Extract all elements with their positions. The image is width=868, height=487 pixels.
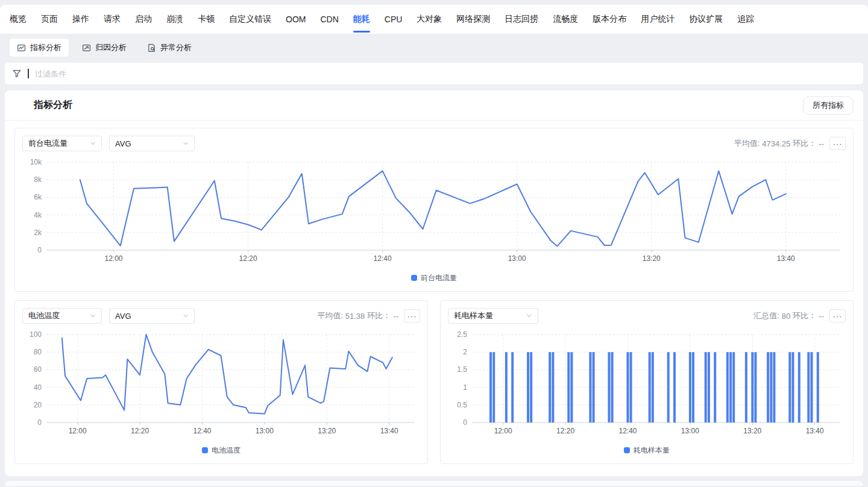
svg-text:12:20: 12:20 [239, 254, 257, 263]
legend-label: 耗电样本量 [634, 445, 670, 456]
more-options-button[interactable]: ··· [829, 309, 846, 322]
chart-card-power-samples: 耗电样本量 汇总值:80 环比：-- ··· 00.511.522.512:00… [440, 300, 854, 464]
legend-label: 电池温度 [212, 445, 241, 456]
svg-text:2.5: 2.5 [457, 330, 467, 339]
charts-area: 前台电流量 AVG 平均值:4734.25 环比：-- ··· 02 [5, 121, 863, 464]
svg-text:13:00: 13:00 [681, 427, 699, 435]
chevron-down-icon [90, 313, 96, 319]
svg-text:12:00: 12:00 [105, 254, 123, 263]
svg-text:0.5: 0.5 [457, 401, 467, 409]
nav-tab-操作[interactable]: 操作 [72, 5, 89, 34]
svg-text:13:40: 13:40 [777, 254, 795, 263]
line-chart-foreground-current: 02k4k6k8k10k12:0012:2012:4013:0013:2013:… [22, 156, 846, 272]
chart-legend[interactable]: 前台电流量 [22, 272, 846, 284]
tab-attribution-analysis-label: 归因分析 [95, 42, 127, 53]
filter-bar [5, 63, 863, 84]
nav-tab-日志回捞[interactable]: 日志回捞 [505, 5, 538, 34]
svg-text:12:00: 12:00 [494, 427, 512, 435]
svg-text:0: 0 [37, 246, 42, 254]
tab-metric-analysis[interactable]: 指标分析 [10, 39, 69, 57]
svg-text:20: 20 [34, 401, 42, 409]
svg-text:12:40: 12:40 [193, 427, 211, 435]
line-chart-battery-temperature: 02040608010012:0012:2012:4013:0013:2013:… [22, 328, 420, 444]
metric-chart-icon [17, 43, 26, 52]
legend-marker [624, 447, 630, 453]
nav-tab-启动[interactable]: 启动 [135, 5, 152, 34]
chart-legend[interactable]: 电池温度 [22, 444, 420, 456]
nav-tab-概览[interactable]: 概览 [10, 5, 27, 34]
svg-text:12:40: 12:40 [374, 254, 392, 263]
aggregation-select[interactable]: AVG [109, 136, 195, 151]
nav-tab-大对象[interactable]: 大对象 [417, 5, 442, 34]
filter-funnel-icon [12, 69, 22, 78]
legend-label: 前台电流量 [421, 273, 457, 283]
svg-text:0: 0 [37, 418, 42, 427]
metric-analysis-panel: 指标分析 所有指标 前台电流量 AVG 平均值:47 [5, 90, 863, 476]
filter-condition-input[interactable] [35, 69, 856, 78]
svg-text:1.5: 1.5 [457, 365, 467, 374]
svg-text:80: 80 [34, 348, 42, 356]
tab-attribution-analysis[interactable]: 归因分析 [75, 39, 134, 57]
nav-tab-OOM[interactable]: OOM [286, 5, 306, 34]
tab-anomaly-analysis[interactable]: 异常分析 [140, 39, 199, 57]
aggregation-select[interactable]: AVG [109, 308, 195, 324]
chart-card-battery-temperature: 电池温度 AVG 平均值:51.38 环比：-- [14, 300, 428, 464]
svg-text:1: 1 [463, 383, 467, 392]
more-options-button[interactable]: ··· [404, 309, 420, 322]
svg-text:0: 0 [463, 418, 467, 427]
legend-marker [202, 447, 208, 453]
chart-legend[interactable]: 耗电样本量 [448, 444, 846, 456]
chevron-down-icon [90, 140, 96, 146]
nav-tab-CDN[interactable]: CDN [320, 5, 338, 34]
svg-text:10k: 10k [30, 158, 42, 166]
tab-metric-analysis-label: 指标分析 [30, 42, 61, 53]
svg-text:13:40: 13:40 [380, 427, 398, 435]
svg-text:13:40: 13:40 [806, 427, 824, 435]
nav-tab-用户统计[interactable]: 用户统计 [641, 5, 675, 34]
attribution-icon [82, 43, 91, 52]
analysis-toolbar: 指标分析 归因分析 异常分析 [0, 34, 868, 60]
svg-text:13:20: 13:20 [643, 254, 661, 263]
svg-text:60: 60 [34, 365, 42, 374]
svg-text:12:20: 12:20 [556, 427, 574, 435]
metric-select[interactable]: 前台电流量 [22, 136, 102, 151]
chevron-down-icon [183, 313, 189, 319]
all-metrics-button[interactable]: 所有指标 [803, 96, 854, 115]
nav-tab-能耗[interactable]: 能耗 [353, 5, 370, 34]
nav-tab-崩溃[interactable]: 崩溃 [166, 5, 183, 34]
svg-text:12:00: 12:00 [69, 427, 87, 435]
chevron-down-icon [526, 313, 532, 319]
nav-tab-版本分布[interactable]: 版本分布 [593, 5, 626, 34]
nav-tab-请求[interactable]: 请求 [104, 5, 121, 34]
filter-divider [28, 69, 29, 78]
svg-text:13:20: 13:20 [743, 427, 761, 435]
nav-tab-网络探测[interactable]: 网络探测 [456, 5, 490, 34]
chevron-down-icon [183, 140, 189, 146]
panel-header: 指标分析 所有指标 [5, 90, 863, 121]
chart-stats: 汇总值:80 环比：-- [753, 310, 824, 321]
svg-text:12:40: 12:40 [618, 427, 637, 435]
bar-chart-power-samples: 00.511.522.512:0012:2012:4013:0013:2013:… [448, 328, 846, 444]
svg-text:6k: 6k [34, 193, 42, 201]
svg-text:4k: 4k [34, 211, 42, 219]
chart-stats: 平均值:4734.25 环比：-- [734, 138, 824, 149]
chart-stats: 平均值:51.38 环比：-- [317, 310, 398, 321]
anomaly-doc-icon [147, 43, 156, 52]
legend-marker [411, 275, 417, 281]
metric-select[interactable]: 电池温度 [22, 308, 102, 324]
nav-tab-追踪[interactable]: 追踪 [737, 5, 754, 34]
nav-tab-CPU[interactable]: CPU [385, 5, 403, 34]
svg-text:12:20: 12:20 [131, 427, 149, 435]
svg-text:40: 40 [34, 383, 42, 392]
svg-text:2: 2 [463, 348, 467, 356]
nav-tab-自定义错误[interactable]: 自定义错误 [229, 5, 271, 34]
svg-text:13:00: 13:00 [256, 427, 274, 435]
svg-text:13:00: 13:00 [508, 254, 526, 263]
page-title: 指标分析 [34, 99, 72, 112]
nav-tab-页面[interactable]: 页面 [41, 5, 58, 34]
nav-tab-流畅度[interactable]: 流畅度 [553, 5, 578, 34]
more-options-button[interactable]: ··· [829, 137, 846, 150]
metric-select[interactable]: 耗电样本量 [448, 308, 538, 324]
nav-tab-卡顿[interactable]: 卡顿 [198, 5, 215, 34]
nav-tab-协议扩展[interactable]: 协议扩展 [689, 5, 723, 34]
